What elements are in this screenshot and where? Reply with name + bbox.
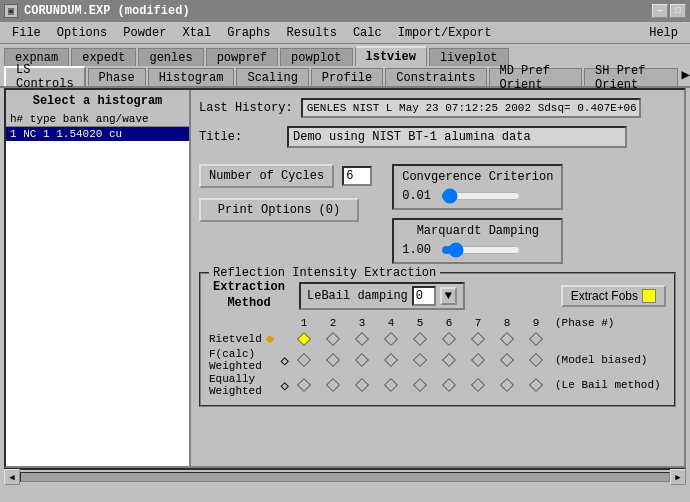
equally-diamond-1[interactable] (297, 378, 311, 392)
equally-diamond-4[interactable] (384, 378, 398, 392)
fcalc-diamond-3[interactable] (355, 353, 369, 367)
equally-diamond-9[interactable] (529, 378, 543, 392)
subtab-profile[interactable]: Profile (311, 68, 383, 86)
extract-fobs-button[interactable]: Extract Fobs (561, 285, 666, 307)
lebail-decrement[interactable]: ▼ (440, 287, 457, 305)
menu-results[interactable]: Results (278, 24, 344, 42)
print-options-button[interactable]: Print Options (0) (199, 198, 359, 222)
subtab-histogram[interactable]: Histogram (148, 68, 235, 86)
rietveld-radio-8[interactable] (493, 334, 521, 344)
subtab-sh-pref-orient[interactable]: SH Pref Orient (584, 68, 678, 86)
subtab-md-pref-orient[interactable]: MD Pref Orient (489, 68, 583, 86)
menu-file[interactable]: File (4, 24, 49, 42)
menu-options[interactable]: Options (49, 24, 115, 42)
rietveld-diamond-7[interactable] (471, 332, 485, 346)
rietveld-radio-2[interactable] (319, 334, 347, 344)
fcalc-radio-4[interactable] (377, 355, 405, 365)
rietveld-diamond-6[interactable] (442, 332, 456, 346)
minimize-button[interactable]: ─ (652, 4, 668, 18)
rietveld-radio-3[interactable] (348, 334, 376, 344)
scroll-right-button[interactable]: ▶ (670, 469, 686, 485)
menu-import-export[interactable]: Import/Export (390, 24, 500, 42)
equally-radio-9[interactable] (522, 380, 550, 390)
fcalc-diamond-5[interactable] (413, 353, 427, 367)
fcalc-radio-9[interactable] (522, 355, 550, 365)
equally-radio-4[interactable] (377, 380, 405, 390)
tab-expedt[interactable]: expedt (71, 48, 136, 66)
equally-radio-3[interactable] (348, 380, 376, 390)
convergence-slider[interactable] (441, 188, 521, 204)
fcalc-radio-6[interactable] (435, 355, 463, 365)
fcalc-radio-3[interactable] (348, 355, 376, 365)
rietveld-diamond-1[interactable] (297, 332, 311, 346)
subtab-constraints[interactable]: Constraints (385, 68, 486, 86)
rietveld-diamond-4[interactable] (384, 332, 398, 346)
rietveld-radio-7[interactable] (464, 334, 492, 344)
menu-graphs[interactable]: Graphs (219, 24, 278, 42)
equally-diamond-5[interactable] (413, 378, 427, 392)
fcalc-diamond-7[interactable] (471, 353, 485, 367)
rietveld-diamond-5[interactable] (413, 332, 427, 346)
title-input[interactable] (287, 126, 627, 148)
title-label: Title: (199, 130, 279, 144)
marquardt-slider[interactable] (441, 242, 521, 258)
equally-radio-6[interactable] (435, 380, 463, 390)
fcalc-radio-5[interactable] (406, 355, 434, 365)
fcalc-radio-1[interactable] (290, 355, 318, 365)
histogram-row[interactable]: 1 NC 1 1.54020 cu (6, 127, 189, 141)
menu-powder[interactable]: Powder (115, 24, 174, 42)
rietveld-diamond-3[interactable] (355, 332, 369, 346)
window-icon[interactable]: ▣ (4, 4, 18, 18)
scrollbar-track[interactable] (20, 472, 670, 482)
rietveld-radio-1[interactable] (290, 334, 318, 344)
fcalc-diamond-2[interactable] (326, 353, 340, 367)
lebail-input[interactable] (412, 286, 436, 306)
rietveld-diamond-2[interactable] (326, 332, 340, 346)
equally-diamond-7[interactable] (471, 378, 485, 392)
scroll-left-button[interactable]: ◀ (4, 469, 20, 485)
fcalc-diamond-1[interactable] (297, 353, 311, 367)
fcalc-diamond-8[interactable] (500, 353, 514, 367)
col-header-6: 6 (435, 317, 463, 329)
tab-powplot[interactable]: powplot (280, 48, 352, 66)
rietveld-radio-5[interactable] (406, 334, 434, 344)
maximize-button[interactable]: □ (670, 4, 686, 18)
menu-xtal[interactable]: Xtal (174, 24, 219, 42)
tab-scroll-right[interactable]: ▶ (682, 66, 690, 86)
equally-diamond-3[interactable] (355, 378, 369, 392)
right-controls: Convgerence Criterion 0.01 Marquardt Dam… (392, 164, 563, 264)
subtab-phase[interactable]: Phase (88, 68, 146, 86)
equally-radio-7[interactable] (464, 380, 492, 390)
num-cycles-input[interactable] (342, 166, 372, 186)
tab-lstview[interactable]: lstview (355, 46, 427, 66)
fcalc-diamond-4[interactable] (384, 353, 398, 367)
rietveld-radio-4[interactable] (377, 334, 405, 344)
equally-diamond-2[interactable] (326, 378, 340, 392)
num-cycles-button[interactable]: Number of Cycles (199, 164, 334, 188)
rietveld-diamond-9[interactable] (529, 332, 543, 346)
equally-diamond-6[interactable] (442, 378, 456, 392)
fcalc-radio-7[interactable] (464, 355, 492, 365)
rietveld-diamond-8[interactable] (500, 332, 514, 346)
fcalc-radio-8[interactable] (493, 355, 521, 365)
subtab-scaling[interactable]: Scaling (236, 68, 308, 86)
fcalc-radio-2[interactable] (319, 355, 347, 365)
equally-radio-2[interactable] (319, 380, 347, 390)
tab-liveplot[interactable]: liveplot (429, 48, 509, 66)
equally-radio-8[interactable] (493, 380, 521, 390)
rietveld-radio-6[interactable] (435, 334, 463, 344)
histogram-list[interactable]: 1 NC 1 1.54020 cu (6, 127, 189, 466)
col-header-4: 4 (377, 317, 405, 329)
fcalc-diamond-6[interactable] (442, 353, 456, 367)
menu-help[interactable]: Help (641, 24, 686, 42)
menu-calc[interactable]: Calc (345, 24, 390, 42)
subtab-ls-controls[interactable]: LS Controls (4, 66, 86, 86)
tab-genles[interactable]: genles (138, 48, 203, 66)
rietveld-radio-9[interactable] (522, 334, 550, 344)
equally-radio-5[interactable] (406, 380, 434, 390)
tab-powpref[interactable]: powpref (206, 48, 278, 66)
equally-radio-1[interactable] (290, 380, 318, 390)
fcalc-diamond-9[interactable] (529, 353, 543, 367)
equally-diamond-8[interactable] (500, 378, 514, 392)
convergence-value: 0.01 (402, 189, 437, 203)
